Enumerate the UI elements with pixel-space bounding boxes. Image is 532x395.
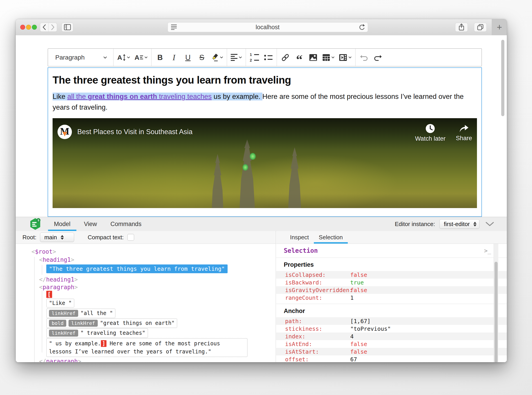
highlight-dropdown[interactable] xyxy=(210,51,225,64)
address-bar[interactable]: localhost xyxy=(168,22,368,32)
youtube-embed[interactable]: M Best Places to Visit in Southeast Asia… xyxy=(53,118,477,208)
sidebar-toggle-button[interactable] xyxy=(61,23,73,32)
channel-avatar[interactable]: M xyxy=(58,125,72,139)
select-arrows-icon xyxy=(61,235,64,240)
tree-node-root[interactable]: $root xyxy=(32,248,56,255)
editor-instance-select[interactable]: first-editor xyxy=(439,219,479,229)
compact-text-label: Compact text: xyxy=(88,234,124,241)
attribute-chip: linkHref xyxy=(49,330,78,337)
minimize-window-button[interactable] xyxy=(26,25,31,30)
toolbar-separator xyxy=(246,49,246,66)
indent-guide xyxy=(34,257,35,362)
paragraph-style-dropdown[interactable]: Paragraph xyxy=(51,51,111,64)
font-size-dropdown[interactable]: A xyxy=(116,51,132,64)
new-tab-button[interactable]: + xyxy=(492,19,507,35)
tree-text-heading1[interactable]: "The three greatest things you learn fro… xyxy=(46,264,228,273)
select-arrows-icon xyxy=(473,222,477,226)
inspector-scrollbar-track[interactable] xyxy=(494,244,498,362)
chevron-down-icon xyxy=(127,56,130,58)
tree-node-heading1-open[interactable]: heading1 xyxy=(39,256,74,263)
ckeditor-inspector-panel: 5 Model View Commands Editor instance: f… xyxy=(16,217,507,362)
selection-inspector-pane: Selection >_ Properties isCollapsed:fals… xyxy=(276,244,507,362)
undo-button[interactable] xyxy=(358,51,370,64)
properties-section-header: Properties xyxy=(276,258,507,271)
tab-inspect[interactable]: Inspect xyxy=(285,231,314,244)
paragraph-style-label: Paragraph xyxy=(55,54,85,61)
quote-icon: “ xyxy=(296,56,303,63)
insert-table-dropdown[interactable] xyxy=(321,51,336,64)
forward-button[interactable] xyxy=(49,23,57,32)
chevron-down-icon xyxy=(239,56,242,58)
font-family-icon: A xyxy=(135,54,143,61)
link-text[interactable]: all the xyxy=(67,93,88,100)
tree-text-node[interactable]: boldlinkHref"great things on earth" xyxy=(46,318,177,328)
reader-icon[interactable] xyxy=(171,24,177,30)
model-options-row: Root: main Compact text: xyxy=(16,231,276,244)
root-select[interactable]: main xyxy=(40,233,74,242)
link-button[interactable] xyxy=(279,51,291,64)
document-heading[interactable]: The three greatest things you learn from… xyxy=(53,74,477,87)
link-text-bold[interactable]: great things on earth xyxy=(88,93,157,100)
underline-button[interactable]: U xyxy=(182,51,194,64)
plus-icon: + xyxy=(497,22,502,32)
reload-icon[interactable] xyxy=(358,24,365,31)
tree-node-paragraph-close[interactable]: paragraph xyxy=(39,358,81,362)
editor-content-area[interactable]: The three greatest things you learn from… xyxy=(48,67,482,217)
chevron-down-icon xyxy=(348,56,351,58)
bulleted-list-button[interactable] xyxy=(262,51,274,64)
redo-icon xyxy=(374,54,382,61)
watch-later-button[interactable]: Watch later xyxy=(415,124,445,142)
insert-media-dropdown[interactable] xyxy=(338,51,353,64)
property-row: offset:67 xyxy=(276,356,507,362)
sidebar-icon xyxy=(64,24,71,30)
tree-text-node[interactable]: linkHref" traveling teaches" xyxy=(46,328,148,338)
video-title[interactable]: Best Places to Visit in Southeast Asia xyxy=(77,128,405,136)
link-text[interactable]: traveling teaches xyxy=(157,93,212,100)
numbered-list-button[interactable]: 1 2 xyxy=(248,51,260,64)
bold-button[interactable]: B xyxy=(154,51,166,64)
inspector-header: 5 Model View Commands Editor instance: f… xyxy=(16,217,507,231)
indent-guide xyxy=(42,291,42,352)
attribute-chip: bold xyxy=(49,320,66,327)
tab-selection[interactable]: Selection xyxy=(314,231,348,244)
font-family-dropdown[interactable]: A xyxy=(133,51,149,64)
selection-title: Selection xyxy=(284,247,484,254)
highlighter-icon xyxy=(211,54,219,61)
tab-model[interactable]: Model xyxy=(48,217,76,231)
tree-text-node[interactable]: linkHref"all the " xyxy=(46,308,115,318)
web-page: Paragraph A A B I U S xyxy=(16,35,507,362)
insert-image-button[interactable] xyxy=(307,51,319,64)
compact-text-checkbox[interactable] xyxy=(127,234,134,241)
back-button[interactable] xyxy=(40,23,49,32)
share-video-button[interactable]: Share xyxy=(456,124,472,142)
tab-overview-button[interactable] xyxy=(474,23,487,32)
tab-commands[interactable]: Commands xyxy=(105,217,147,231)
toolbar-separator xyxy=(151,49,152,66)
temple-tower xyxy=(288,147,301,208)
foliage-highlight xyxy=(250,153,256,160)
tree-text-node[interactable]: " us by example.] Here are some of the m… xyxy=(46,338,247,357)
tree-node-paragraph-open[interactable]: paragraph xyxy=(39,284,78,291)
italic-button[interactable]: I xyxy=(168,51,180,64)
tree-node-heading1-close[interactable]: heading1 xyxy=(39,276,78,283)
inspector-scrollbar-thumb[interactable] xyxy=(494,262,498,362)
selection-end-marker: ] xyxy=(101,340,106,347)
log-to-console-icon[interactable]: >_ xyxy=(484,247,491,254)
collapse-inspector-button[interactable] xyxy=(485,222,494,226)
property-row: isAtStart:false xyxy=(276,348,507,356)
strikethrough-button[interactable]: S xyxy=(196,51,208,64)
side-tabs-row: Inspect Selection xyxy=(276,231,507,244)
chevron-down-icon xyxy=(144,56,148,58)
block-quote-button[interactable]: “ xyxy=(293,51,305,64)
toolbar-separator xyxy=(113,49,114,66)
close-window-button[interactable] xyxy=(20,25,25,30)
zoom-window-button[interactable] xyxy=(32,25,37,30)
tab-view[interactable]: View xyxy=(78,217,103,231)
tree-text-node[interactable]: "Like " xyxy=(46,299,74,307)
redo-button[interactable] xyxy=(372,51,384,64)
undo-icon xyxy=(360,54,368,61)
alignment-dropdown[interactable] xyxy=(229,51,243,64)
share-button[interactable] xyxy=(455,23,468,32)
page-scrollbar-thumb[interactable] xyxy=(501,40,504,116)
document-paragraph[interactable]: Like all the great things on earth trave… xyxy=(53,91,477,113)
